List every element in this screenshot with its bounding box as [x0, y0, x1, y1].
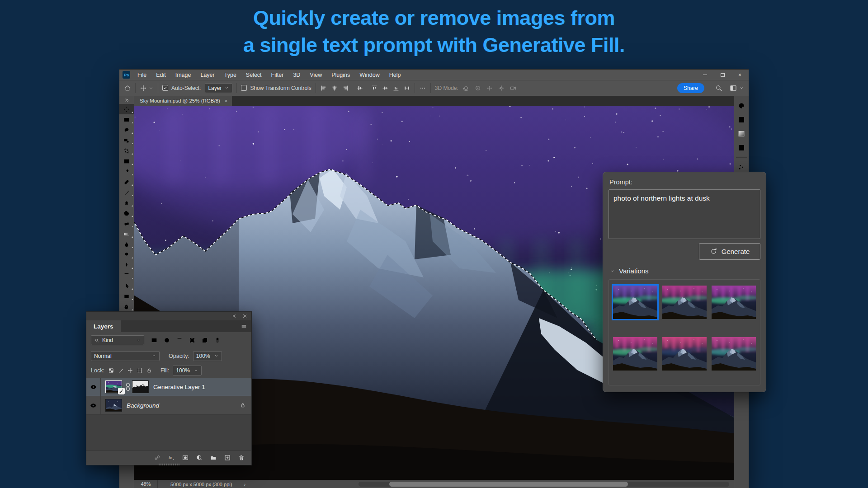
lock-position-icon[interactable]	[127, 367, 133, 374]
search-icon[interactable]	[715, 84, 723, 92]
share-button[interactable]: Share	[677, 83, 704, 93]
tab-close-icon[interactable]: ×	[225, 98, 227, 103]
gradient-tool[interactable]	[119, 229, 134, 239]
align-vertical-centers-icon[interactable]	[356, 84, 363, 92]
type-tool[interactable]	[119, 270, 134, 281]
move-tool[interactable]	[119, 104, 134, 114]
menu-file[interactable]: File	[137, 72, 146, 78]
distribute-vertical-centers-icon[interactable]	[382, 84, 389, 92]
new-layer-icon[interactable]	[224, 454, 231, 461]
new-adjustment-layer-icon[interactable]	[196, 454, 203, 461]
history-brush-tool[interactable]	[119, 208, 134, 218]
variation-thumbnail-1[interactable]	[613, 286, 657, 319]
layer-visibility-toggle[interactable]	[86, 378, 101, 396]
toolbar-expand-icon[interactable]	[123, 97, 130, 104]
close-button[interactable]: ×	[738, 72, 741, 78]
swatches-panel-icon[interactable]	[736, 114, 747, 125]
generate-button[interactable]: Generate	[699, 243, 760, 260]
lasso-tool[interactable]	[119, 125, 134, 135]
close-panel-icon[interactable]	[242, 313, 248, 319]
lock-pixels-icon[interactable]	[118, 367, 124, 374]
orbit-3d-camera-icon[interactable]	[462, 84, 470, 92]
blend-mode-dropdown[interactable]: Normal	[91, 351, 160, 361]
menu-type[interactable]: Type	[224, 72, 236, 78]
menu-window[interactable]: Window	[359, 72, 379, 78]
maximize-button[interactable]	[721, 73, 725, 77]
properties-panel-icon[interactable]	[736, 162, 747, 173]
roll-3d-camera-icon[interactable]	[474, 84, 481, 92]
layer-mask-thumbnail[interactable]	[132, 380, 149, 393]
pan-3d-camera-icon[interactable]	[486, 84, 493, 92]
lock-transparency-icon[interactable]	[108, 367, 114, 374]
minimize-button[interactable]	[703, 75, 707, 75]
move-3d-camera-icon[interactable]	[509, 84, 517, 92]
auto-select-checkbox[interactable]: Auto-Select:	[162, 85, 201, 91]
link-layers-icon[interactable]	[154, 454, 161, 461]
type-layers-filter-icon[interactable]	[174, 335, 185, 345]
color-panel-icon[interactable]	[736, 100, 747, 111]
hand-tool[interactable]	[119, 301, 134, 312]
add-layer-mask-icon[interactable]	[182, 454, 189, 461]
scrollbar-thumb[interactable]	[389, 482, 628, 487]
menu-select[interactable]: Select	[246, 72, 262, 78]
patterns-panel-icon[interactable]	[736, 142, 747, 153]
lock-all-icon[interactable]	[146, 367, 152, 374]
show-transform-checkbox[interactable]: Show Transform Controls	[241, 85, 311, 91]
shape-layers-filter-icon[interactable]	[187, 335, 198, 345]
menu-view[interactable]: View	[310, 72, 322, 78]
smart-object-filter-icon[interactable]	[199, 335, 210, 345]
horizontal-scrollbar[interactable]	[359, 482, 729, 487]
home-icon[interactable]	[124, 84, 131, 92]
align-right-edges-icon[interactable]	[342, 84, 349, 92]
crop-tool[interactable]	[119, 145, 134, 156]
layer-thumbnail[interactable]	[105, 380, 122, 393]
path-selection-tool[interactable]	[119, 281, 134, 291]
prompt-input[interactable]: photo of northern lights at dusk	[609, 189, 760, 239]
opacity-field[interactable]: 100%	[193, 351, 222, 361]
clone-stamp-tool[interactable]	[119, 197, 134, 208]
layer-row-2[interactable]: Background	[86, 396, 251, 415]
distribute-spacing-icon[interactable]	[403, 84, 410, 92]
shape-tool[interactable]	[119, 291, 134, 301]
document-tab[interactable]: Sky Mountain.psd @ 25% (RGB/8) ×	[134, 96, 232, 106]
variations-header[interactable]: Variations	[609, 267, 760, 275]
menu-3d[interactable]: 3D	[293, 72, 300, 78]
layer-visibility-toggle[interactable]	[86, 396, 101, 414]
fill-field[interactable]: 100%	[173, 366, 202, 375]
frame-tool[interactable]	[119, 156, 134, 166]
dodge-tool[interactable]	[119, 249, 134, 260]
eyedropper-tool[interactable]	[119, 166, 134, 177]
status-chevron-icon[interactable]: ›	[232, 482, 245, 487]
marquee-tool[interactable]	[119, 114, 134, 125]
menu-image[interactable]: Image	[175, 72, 191, 78]
align-left-edges-icon[interactable]	[320, 84, 327, 92]
new-group-icon[interactable]	[210, 454, 217, 461]
panel-menu-icon[interactable]	[241, 320, 251, 332]
filter-kind-dropdown[interactable]: Kind	[91, 335, 144, 345]
distribute-bottom-edges-icon[interactable]	[392, 84, 400, 92]
menu-layer[interactable]: Layer	[200, 72, 214, 78]
eraser-tool[interactable]	[119, 218, 134, 229]
lock-artboard-icon[interactable]	[137, 367, 143, 374]
panel-resize-grip[interactable]	[159, 464, 179, 465]
filter-toggle-icon[interactable]	[212, 335, 223, 345]
more-options-icon[interactable]	[419, 84, 426, 92]
object-selection-tool[interactable]	[119, 135, 134, 145]
variation-thumbnail-4[interactable]	[613, 337, 657, 371]
gradients-panel-icon[interactable]	[736, 128, 747, 139]
slide-3d-camera-icon[interactable]	[498, 84, 505, 92]
healing-brush-tool[interactable]	[119, 177, 134, 187]
align-horizontal-centers-icon[interactable]	[331, 84, 338, 92]
layer-row-1[interactable]: Generative Layer 1	[86, 378, 251, 396]
menu-filter[interactable]: Filter	[271, 72, 284, 78]
adjustment-layers-filter-icon[interactable]	[161, 335, 172, 345]
tab-layers[interactable]: Layers	[86, 320, 121, 332]
variation-thumbnail-6[interactable]	[712, 337, 756, 371]
layer-effects-icon[interactable]: fx	[168, 454, 175, 461]
workspace-switcher[interactable]	[729, 84, 744, 92]
collapse-panel-icon[interactable]	[231, 313, 237, 319]
menu-plugins[interactable]: Plugins	[331, 72, 350, 78]
mask-link-icon[interactable]	[125, 383, 131, 391]
delete-layer-icon[interactable]	[238, 454, 245, 461]
pixel-layers-filter-icon[interactable]	[149, 335, 160, 345]
